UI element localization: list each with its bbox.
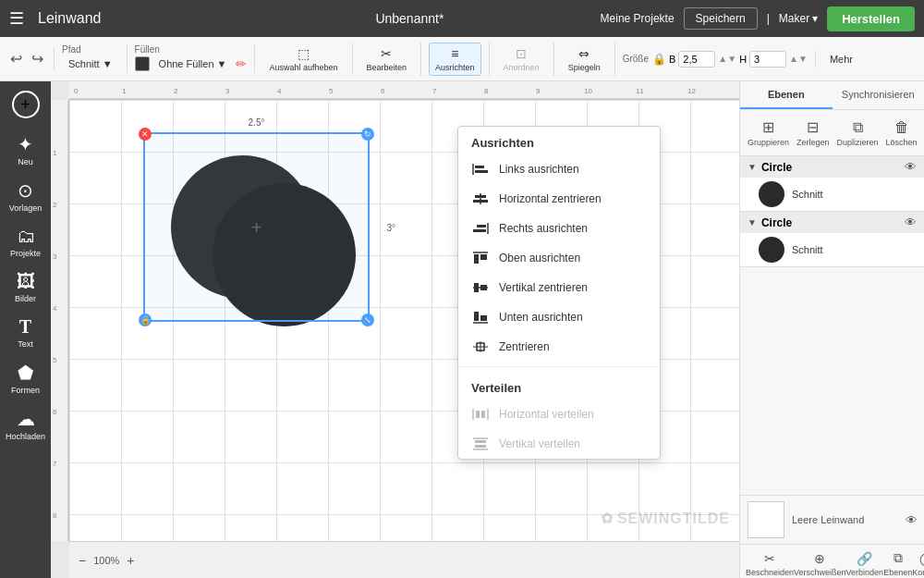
sidebar-item-vorlagen[interactable]: ⊙ Vorlagen xyxy=(4,174,48,218)
svg-text:5: 5 xyxy=(329,87,334,95)
align-top-item[interactable]: Oben ausrichten xyxy=(458,243,660,273)
upload-icon: ☁ xyxy=(17,408,35,430)
lock-icon: 🔒 xyxy=(652,53,666,66)
svg-rect-41 xyxy=(480,315,487,321)
gruppieren-button[interactable]: ⊞ Gruppieren xyxy=(744,115,793,151)
preview-eye-icon[interactable]: 👁 xyxy=(906,513,918,527)
auswahl-aufheben-button[interactable]: ⬚ Auswahl aufheben xyxy=(262,43,344,76)
align-top-icon xyxy=(471,249,490,267)
svg-text:9: 9 xyxy=(536,87,541,95)
bearbeiten-button[interactable]: ✂ Bearbeiten xyxy=(360,43,414,76)
ausrichten-button[interactable]: ≡ Ausrichten xyxy=(429,43,481,76)
shapes-icon: ⬟ xyxy=(18,362,33,384)
align-center-item[interactable]: Zentrieren xyxy=(458,332,660,362)
selection-box[interactable]: 2.5° 3° ✕ ↻ 🔒 ⤡ + xyxy=(143,132,370,322)
align-center-h-item[interactable]: Horizontal zentrieren xyxy=(458,184,660,214)
sidebar-item-bilder[interactable]: 🖼 Bilder xyxy=(4,265,48,309)
handle-top-right[interactable]: ↻ xyxy=(361,128,374,141)
align-bottom-label: Unten ausrichten xyxy=(499,311,583,324)
speichern-button[interactable]: Speichern xyxy=(684,7,758,30)
layer-header-1[interactable]: ▼ Circle 👁 xyxy=(740,156,924,178)
redo-button[interactable]: ↪ xyxy=(29,47,46,70)
canvas-area[interactable]: 0 1 2 3 4 5 6 7 8 9 10 11 12 1 2 3 4 xyxy=(51,81,739,578)
fuellen-select[interactable]: Ohne Füllen ▼ xyxy=(152,55,234,73)
align-menu-title: Ausrichten xyxy=(458,127,660,154)
vertical-ruler: 1 2 3 4 5 6 7 8 9 xyxy=(51,100,69,541)
tab-synchronisieren[interactable]: Synchronisieren xyxy=(833,81,925,109)
duplizieren-button[interactable]: ⧉ Duplizieren xyxy=(833,116,882,151)
mehr-group: Mehr xyxy=(823,50,867,68)
herstellen-button[interactable]: Herstellen xyxy=(827,6,915,31)
bottom-actions: ✂ Beschneiden ⊕ Verschweißen 🔗 Verbinden… xyxy=(740,545,924,578)
loeschen-button[interactable]: 🗑 Löschen xyxy=(882,116,921,151)
zoom-in-button[interactable]: + xyxy=(127,553,134,568)
sidebar-label-formen: Formen xyxy=(11,386,40,395)
height-input[interactable] xyxy=(749,51,786,68)
beschneiden-button[interactable]: ✂ Beschneiden xyxy=(746,551,794,577)
ebenen-button[interactable]: ⧉ Ebenen xyxy=(883,550,912,577)
verbinden-button[interactable]: 🔗 Verbinden xyxy=(846,551,884,577)
menu-icon[interactable]: ☰ xyxy=(9,8,24,29)
anordnen-button[interactable]: ⊡ Anordnen xyxy=(497,43,546,76)
fuellen-label-wrap: Füllen Ohne Füllen ▼ ✏ xyxy=(135,44,248,73)
add-button[interactable]: + xyxy=(12,91,40,118)
ebenen-label: Ebenen xyxy=(883,568,912,577)
align-bottom-item[interactable]: Unten ausrichten xyxy=(458,302,660,332)
watermark: ✿ SEWINGTILDE xyxy=(601,510,730,527)
watermark-fleur: ✿ xyxy=(601,510,614,527)
contour-icon: ◯ xyxy=(919,551,924,566)
layer-sub-2[interactable]: Schnitt xyxy=(740,233,924,266)
sidebar-label-bilder: Bilder xyxy=(15,294,36,303)
v-verteilen-item: Vertikal verteilen xyxy=(458,429,660,459)
mehr-button[interactable]: Mehr xyxy=(823,50,859,68)
zerlegen-button[interactable]: ⊟ Zerlegen xyxy=(793,115,833,151)
sidebar-item-hochladen[interactable]: ☁ Hochladen xyxy=(4,402,48,447)
sidebar-item-projekte[interactable]: 🗂 Projekte xyxy=(4,220,48,264)
h-label: H xyxy=(739,54,747,65)
align-center-h-label: Horizontal zentrieren xyxy=(499,192,602,205)
layer-name-2: Circle xyxy=(761,216,900,229)
layer-eye-1[interactable]: 👁 xyxy=(905,160,917,174)
spiegeln-group: ⇔ Spiegeln xyxy=(562,43,615,76)
spiegeln-button[interactable]: ⇔ Spiegeln xyxy=(562,43,607,76)
layer-header-2[interactable]: ▼ Circle 👁 xyxy=(740,212,924,233)
width-input[interactable] xyxy=(678,51,715,68)
tab-ebenen[interactable]: Ebenen xyxy=(740,81,833,109)
duplicate-icon: ⧉ xyxy=(853,119,863,136)
align-center-v-item[interactable]: Vertikal zentrieren xyxy=(458,273,660,302)
handle-bottom-right[interactable]: ⤡ xyxy=(361,314,374,326)
zoom-out-button[interactable]: − xyxy=(79,553,86,568)
align-center-label: Zentrieren xyxy=(499,340,550,353)
layer-sub-1[interactable]: Schnitt xyxy=(740,178,924,211)
layer-thumb-2 xyxy=(759,237,784,263)
svg-text:6: 6 xyxy=(381,87,385,95)
align-left-item[interactable]: Links ausrichten xyxy=(458,154,660,184)
size-inputs: 🔒 B ▲▼ H ▲▼ xyxy=(652,51,808,68)
right-panel-tabs: Ebenen Synchronisieren xyxy=(740,81,924,110)
ungroup-icon: ⊟ xyxy=(807,118,819,136)
verschweissen-button[interactable]: ⊕ Verschweißen xyxy=(794,551,846,577)
sidebar-item-text[interactable]: T Text xyxy=(4,311,48,354)
color-swatch[interactable] xyxy=(135,56,150,71)
up-down-arrows: ▲▼ xyxy=(718,54,736,64)
align-left-label: Links ausrichten xyxy=(499,163,579,176)
meine-projekte-button[interactable]: Meine Projekte xyxy=(601,12,675,25)
templates-icon: ⊙ xyxy=(18,179,33,202)
layer-arrow-2[interactable]: ▼ xyxy=(748,217,757,228)
kontur-button[interactable]: ◯ Kontu... xyxy=(912,551,924,577)
maker-button[interactable]: Maker ▾ xyxy=(779,12,818,25)
close-handle-icon: ✕ xyxy=(141,129,149,139)
undo-button[interactable]: ↩ xyxy=(7,47,25,70)
sidebar-item-formen[interactable]: ⬟ Formen xyxy=(4,356,48,400)
align-right-item[interactable]: Rechts ausrichten xyxy=(458,214,660,243)
pfad-select[interactable]: Schnitt ▼ xyxy=(62,55,119,73)
svg-text:6: 6 xyxy=(53,408,57,416)
preview-label: Leere Leinwand xyxy=(792,514,898,525)
sidebar-item-neu[interactable]: ✦ Neu xyxy=(4,128,48,172)
handle-top-left[interactable]: ✕ xyxy=(139,128,152,141)
layer-eye-2[interactable]: 👁 xyxy=(905,215,917,229)
handle-bottom-left[interactable]: 🔒 xyxy=(139,314,152,326)
horizontal-ruler: 0 1 2 3 4 5 6 7 8 9 10 11 12 xyxy=(69,81,739,100)
align-center-v-icon xyxy=(471,278,490,297)
layer-arrow-1[interactable]: ▼ xyxy=(748,162,757,172)
